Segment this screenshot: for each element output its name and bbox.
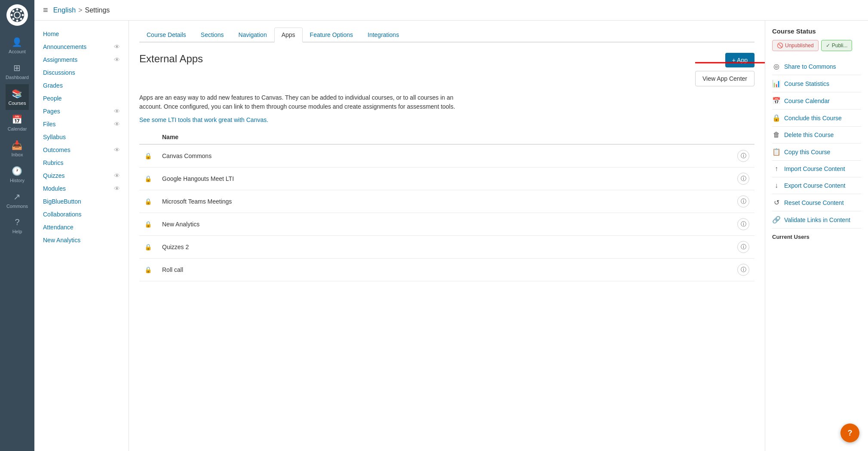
- sidebar-link-announcements[interactable]: Announcements: [43, 43, 86, 50]
- nav-item-calendar[interactable]: 📅Calendar: [6, 110, 29, 136]
- sidebar-item-discussions[interactable]: Discussions: [34, 66, 129, 79]
- tab-integrations[interactable]: Integrations: [360, 27, 406, 42]
- eye-icon: 👁: [114, 185, 120, 192]
- app-info-button[interactable]: ⓘ: [737, 241, 749, 253]
- nav-logo[interactable]: [6, 4, 28, 26]
- eye-icon: 👁: [114, 121, 120, 128]
- right-action-course-calendar[interactable]: 📅Course Calendar: [772, 92, 861, 110]
- right-action-validate-links-in-content[interactable]: 🔗Validate Links in Content: [772, 211, 861, 229]
- right-action-copy-this-course[interactable]: 📋Copy this Course: [772, 143, 861, 161]
- dashboard-icon: ⊞: [13, 63, 21, 73]
- sidebar-item-outcomes[interactable]: Outcomes👁: [34, 143, 129, 156]
- table-col-icon: [139, 130, 157, 144]
- tab-course-details[interactable]: Course Details: [139, 27, 193, 42]
- view-app-center-button[interactable]: View App Center: [695, 71, 755, 86]
- main-content: Course DetailsSectionsNavigationAppsFeat…: [129, 21, 765, 451]
- table-col-actions: [732, 130, 755, 144]
- app-name: Google Hangouts Meet LTI: [157, 168, 732, 190]
- app-info-button[interactable]: ⓘ: [737, 264, 749, 276]
- app-info-cell: ⓘ: [732, 259, 755, 281]
- sidebar-link-bigbluebutton[interactable]: BigBlueButton: [43, 198, 81, 205]
- svg-point-5: [22, 14, 24, 16]
- sidebar-item-quizzes[interactable]: Quizzes👁: [34, 169, 129, 182]
- tab-sections[interactable]: Sections: [193, 27, 231, 42]
- sidebar-link-people[interactable]: People: [43, 95, 62, 102]
- sidebar-link-collaborations[interactable]: Collaborations: [43, 211, 82, 218]
- eye-icon: 👁: [114, 172, 120, 179]
- app-info-button[interactable]: ⓘ: [737, 218, 749, 230]
- app-info-cell: ⓘ: [732, 236, 755, 259]
- right-action-course-statistics[interactable]: 📊Course Statistics: [772, 75, 861, 92]
- svg-point-2: [16, 9, 18, 11]
- nav-item-account[interactable]: 👤Account: [6, 33, 29, 58]
- nav-item-dashboard[interactable]: ⊞Dashboard: [6, 58, 29, 84]
- sidebar-item-assignments[interactable]: Assignments👁: [34, 53, 129, 66]
- right-action-import-course-content[interactable]: ↑Import Course Content: [772, 161, 861, 177]
- sidebar-item-announcements[interactable]: Announcements👁: [34, 40, 129, 53]
- hamburger-button[interactable]: ≡: [43, 5, 48, 15]
- right-action-delete-this-course[interactable]: 🗑Delete this Course: [772, 127, 861, 143]
- app-name: Quizzes 2: [157, 236, 732, 259]
- sidebar-item-collaborations[interactable]: Collaborations: [34, 208, 129, 221]
- sidebar-item-attendance[interactable]: Attendance: [34, 221, 129, 234]
- sidebar-link-files[interactable]: Files: [43, 121, 56, 128]
- app-info-button[interactable]: ⓘ: [737, 173, 749, 185]
- sidebar-link-new analytics[interactable]: New Analytics: [43, 237, 80, 244]
- sidebar-link-pages[interactable]: Pages: [43, 108, 60, 115]
- right-action-share-to-commons[interactable]: ◎Share to Commons: [772, 58, 861, 75]
- history-icon: 🕐: [12, 166, 22, 176]
- right-action-conclude-this-course[interactable]: 🔒Conclude this Course: [772, 110, 861, 127]
- sidebar-link-rubrics[interactable]: Rubrics: [43, 159, 63, 166]
- table-row: 🔒 New Analytics ⓘ: [139, 213, 755, 236]
- right-action-export-course-content[interactable]: ↓Export Course Content: [772, 177, 861, 194]
- sidebar-link-assignments[interactable]: Assignments: [43, 56, 77, 63]
- nav-item-commons[interactable]: ↗Commons: [6, 187, 29, 213]
- action-icon: 🔒: [772, 114, 781, 122]
- sidebar-item-grades[interactable]: Grades: [34, 79, 129, 92]
- action-label: Delete this Course: [784, 131, 834, 138]
- sidebar-link-quizzes[interactable]: Quizzes: [43, 172, 65, 179]
- right-action-reset-course-content[interactable]: ↺Reset Course Content: [772, 194, 861, 211]
- check-icon: ✓: [826, 43, 830, 49]
- nav-item-courses[interactable]: 📚Courses: [6, 84, 29, 110]
- nav-item-history[interactable]: 🕐History: [6, 162, 29, 187]
- tab-apps[interactable]: Apps: [274, 27, 303, 43]
- calendar-icon: 📅: [12, 114, 22, 125]
- nav-item-label-help: Help: [12, 229, 22, 234]
- sidebar-item-people[interactable]: People: [34, 92, 129, 105]
- lti-link[interactable]: See some LTI tools that work great with …: [139, 116, 755, 123]
- sidebar-item-pages[interactable]: Pages👁: [34, 105, 129, 118]
- sidebar-link-modules[interactable]: Modules: [43, 185, 66, 192]
- sidebar-item-new-analytics[interactable]: New Analytics: [34, 234, 129, 247]
- action-icon: 📅: [772, 97, 781, 105]
- eye-icon: 👁: [114, 56, 120, 63]
- sidebar-link-syllabus[interactable]: Syllabus: [43, 134, 66, 140]
- app-info-button[interactable]: ⓘ: [737, 195, 749, 207]
- sidebar-item-bigbluebutton[interactable]: BigBlueButton: [34, 195, 129, 208]
- nav-item-help[interactable]: ?Help: [6, 213, 29, 238]
- breadcrumb-parent[interactable]: English: [53, 6, 76, 14]
- sidebar-link-home[interactable]: Home: [43, 30, 59, 37]
- nav-item-inbox[interactable]: 📥Inbox: [6, 136, 29, 162]
- sidebar-link-discussions[interactable]: Discussions: [43, 69, 75, 76]
- sidebar-item-home[interactable]: Home: [34, 27, 129, 40]
- sidebar-item-syllabus[interactable]: Syllabus: [34, 131, 129, 143]
- sidebar-item-rubrics[interactable]: Rubrics: [34, 156, 129, 169]
- action-label: Course Statistics: [784, 80, 829, 87]
- help-fab-button[interactable]: ?: [840, 424, 859, 442]
- sidebar-item-modules[interactable]: Modules👁: [34, 182, 129, 195]
- tab-feature-options[interactable]: Feature Options: [303, 27, 360, 42]
- tab-navigation[interactable]: Navigation: [231, 27, 274, 42]
- sidebar-item-files[interactable]: Files👁: [34, 118, 129, 131]
- published-button[interactable]: ✓ Publi...: [821, 40, 853, 51]
- add-app-button[interactable]: + App: [725, 53, 755, 67]
- unpublished-button[interactable]: 🚫 Unpublished: [772, 40, 819, 51]
- sidebar-link-outcomes[interactable]: Outcomes: [43, 146, 71, 153]
- sidebar-link-attendance[interactable]: Attendance: [43, 224, 74, 231]
- action-label: Import Course Content: [784, 165, 845, 172]
- app-info-button[interactable]: ⓘ: [737, 150, 749, 162]
- nav-item-label-dashboard: Dashboard: [6, 75, 29, 80]
- sidebar-link-grades[interactable]: Grades: [43, 82, 63, 89]
- courses-icon: 📚: [12, 88, 22, 99]
- apps-table: Name 🔒 Canvas Commons ⓘ 🔒 Google Hangout…: [139, 130, 755, 281]
